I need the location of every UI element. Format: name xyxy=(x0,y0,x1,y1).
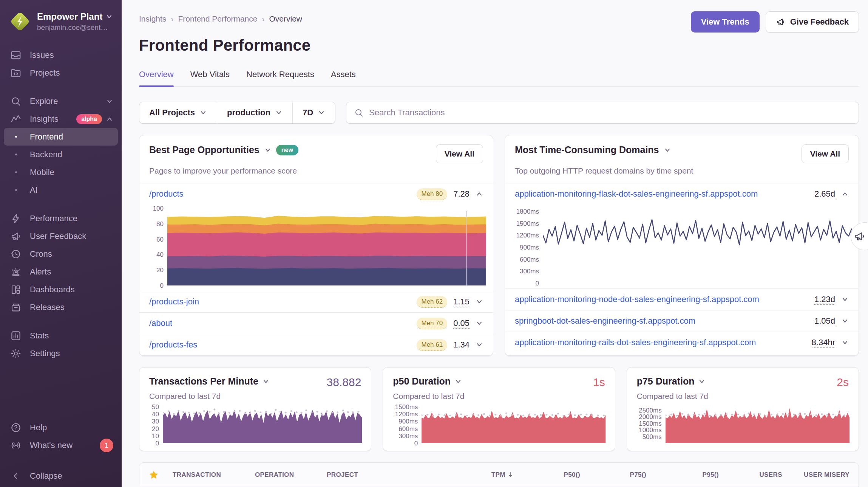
domain-duration-chart: 1800ms1500ms1200ms900ms600ms300ms0 xyxy=(505,205,859,288)
sidebar-collapse-button[interactable]: Collapse xyxy=(0,467,122,485)
card-title: Transactions Per Minute xyxy=(149,376,258,387)
table-header-row: TRANSACTION OPERATION PROJECT TPM P50() … xyxy=(139,463,859,487)
chevron-down-icon[interactable] xyxy=(476,298,483,306)
tab-assets[interactable]: Assets xyxy=(331,70,356,86)
tab-network-requests[interactable]: Network Requests xyxy=(246,70,314,86)
column-header-operation[interactable]: OPERATION xyxy=(255,471,327,479)
sidebar-item-explore[interactable]: Explore xyxy=(0,92,122,110)
column-header-p95[interactable]: P95() xyxy=(646,471,719,479)
chevron-down-icon[interactable] xyxy=(476,341,483,349)
opportunity-value[interactable]: 0.05 xyxy=(453,318,470,329)
search-input[interactable] xyxy=(369,108,851,118)
star-icon[interactable] xyxy=(148,470,159,480)
p50-duration-card: p50 Duration 1s Compared to last 7d 1500… xyxy=(383,367,615,451)
time-spent-value[interactable]: 1.05d xyxy=(814,316,835,326)
chevron-down-icon[interactable] xyxy=(841,296,849,303)
card-subtitle: Compared to last 7d xyxy=(383,389,615,401)
area-chart xyxy=(422,407,605,443)
view-all-button[interactable]: View All xyxy=(436,144,483,163)
sidebar-item-label: AI xyxy=(30,185,38,195)
view-trends-button[interactable]: View Trends xyxy=(691,11,760,33)
help-icon xyxy=(10,422,22,433)
siren-icon xyxy=(10,266,22,278)
chevron-down-icon[interactable] xyxy=(264,146,272,154)
breadcrumb-insights[interactable]: Insights xyxy=(139,14,166,23)
tab-overview[interactable]: Overview xyxy=(139,70,174,86)
time-spent-value[interactable]: 8.34hr xyxy=(812,338,835,348)
filter-controls: All Projects production 7D xyxy=(139,102,335,124)
domain-link[interactable]: application-monitoring-node-dot-sales-en… xyxy=(515,295,759,304)
chevron-down-icon[interactable] xyxy=(841,339,849,346)
sidebar-item-user-feedback[interactable]: User Feedback xyxy=(0,227,122,245)
chevron-down-icon[interactable] xyxy=(262,378,270,385)
view-all-button[interactable]: View All xyxy=(802,144,849,163)
sidebar-item-dashboards[interactable]: Dashboards xyxy=(0,281,122,298)
project-filter[interactable]: All Projects xyxy=(139,102,217,123)
sidebar-item-ai[interactable]: AI xyxy=(0,181,122,199)
date-range-filter[interactable]: 7D xyxy=(292,102,335,123)
breadcrumb-frontend-performance[interactable]: Frontend Performance xyxy=(178,14,257,23)
sidebar-item-label: Frontend xyxy=(30,132,63,142)
column-header-p75[interactable]: P75() xyxy=(580,471,646,479)
give-feedback-button[interactable]: Give Feedback xyxy=(766,11,859,33)
chevron-down-icon[interactable] xyxy=(664,146,671,154)
column-header-transaction[interactable]: TRANSACTION xyxy=(173,471,255,479)
score-badge[interactable]: Meh 61 xyxy=(417,339,447,351)
domain-link[interactable]: application-monitoring-rails-dot-sales-e… xyxy=(515,338,756,347)
tab-web-vitals[interactable]: Web Vitals xyxy=(190,70,230,86)
column-header-user-misery[interactable]: USER MISERY xyxy=(782,471,849,479)
tpm-chart: 50403020100 xyxy=(139,401,371,451)
environment-filter-label: production xyxy=(227,108,270,118)
bullet-icon xyxy=(10,171,22,173)
chevron-up-icon[interactable] xyxy=(476,190,483,198)
sidebar-item-stats[interactable]: Stats xyxy=(0,327,122,344)
column-header-p50[interactable]: P50() xyxy=(514,471,580,479)
chevron-down-icon[interactable] xyxy=(476,319,483,327)
sidebar-footer: Help What's new 1 Collapse xyxy=(0,419,122,485)
breadcrumb: Insights Frontend Performance Overview xyxy=(139,11,302,23)
y-axis-labels: 1800ms1500ms1200ms900ms600ms300ms0 xyxy=(508,211,543,283)
page-link[interactable]: /products-join xyxy=(149,297,199,307)
sidebar-item-settings[interactable]: Settings xyxy=(0,344,122,362)
domain-row-node: application-monitoring-node-dot-sales-en… xyxy=(505,289,859,310)
sidebar-item-alerts[interactable]: Alerts xyxy=(0,263,122,281)
sidebar-item-projects[interactable]: Projects xyxy=(0,64,122,82)
environment-filter[interactable]: production xyxy=(217,102,292,123)
column-header-tpm[interactable]: TPM xyxy=(439,471,514,479)
domain-link[interactable]: application-monitoring-flask-dot-sales-e… xyxy=(515,189,758,199)
page-link[interactable]: /products-fes xyxy=(149,340,197,350)
column-header-project[interactable]: PROJECT xyxy=(327,471,439,479)
org-switcher[interactable]: Empower Plant benjamin.coe@sent… xyxy=(0,9,122,36)
sidebar-item-help[interactable]: Help xyxy=(0,419,122,436)
chevron-up-icon[interactable] xyxy=(841,190,849,198)
sidebar-item-whats-new[interactable]: What's new 1 xyxy=(0,436,122,454)
column-header-users[interactable]: USERS xyxy=(719,471,782,479)
chevron-down-icon[interactable] xyxy=(698,378,706,385)
page-link[interactable]: /about xyxy=(149,318,172,328)
card-subtitle: Top outgoing HTTP request domains by tim… xyxy=(505,166,859,183)
sidebar-item-insights[interactable]: Insights alpha xyxy=(0,110,122,128)
score-badge[interactable]: Meh 70 xyxy=(417,318,447,329)
sidebar-item-performance[interactable]: Performance xyxy=(0,209,122,227)
opportunity-value[interactable]: 1.15 xyxy=(453,297,470,307)
domain-link[interactable]: springboot-dot-sales-engineering-sf.apps… xyxy=(515,316,695,326)
page-link[interactable]: /products xyxy=(149,189,184,199)
sidebar-item-mobile[interactable]: Mobile xyxy=(0,163,122,181)
sidebar-item-crons[interactable]: Crons xyxy=(0,245,122,263)
sidebar-item-releases[interactable]: Releases xyxy=(0,298,122,316)
time-spent-value[interactable]: 1.23d xyxy=(814,295,835,305)
sidebar-item-issues[interactable]: Issues xyxy=(0,46,122,64)
score-badge[interactable]: Meh 62 xyxy=(417,296,447,308)
chevron-down-icon xyxy=(106,98,113,105)
broadcast-icon xyxy=(10,440,22,451)
time-spent-value[interactable]: 2.65d xyxy=(814,189,835,199)
opportunity-value[interactable]: 1.34 xyxy=(453,340,470,350)
sidebar-item-backend[interactable]: Backend xyxy=(0,146,122,163)
chevron-down-icon[interactable] xyxy=(454,378,462,385)
date-range-label: 7D xyxy=(303,108,313,118)
chevron-down-icon[interactable] xyxy=(841,317,849,325)
opportunity-value[interactable]: 7.28 xyxy=(453,189,470,199)
score-badge[interactable]: Meh 80 xyxy=(417,188,447,200)
domain-row-flask: application-monitoring-flask-dot-sales-e… xyxy=(505,183,859,205)
sidebar-item-frontend[interactable]: Frontend xyxy=(4,128,118,146)
